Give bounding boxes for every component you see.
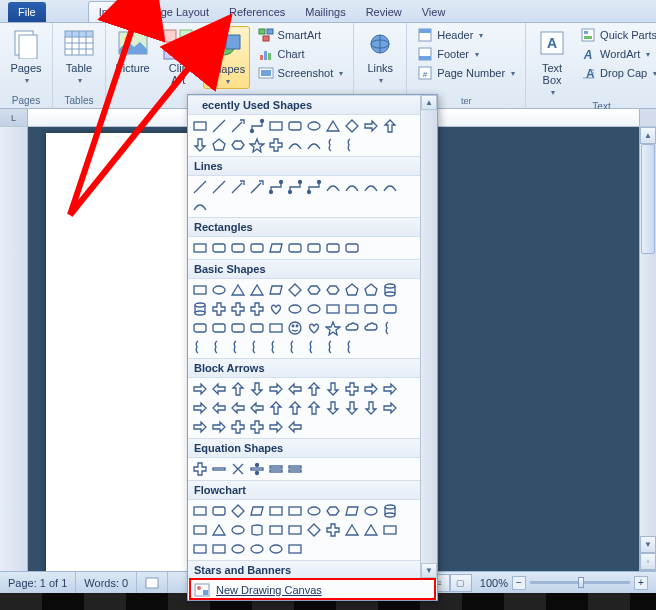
vertical-scrollbar[interactable]: ▲ ▼ ◦ ◦ [639, 127, 656, 587]
shape-arrowline[interactable] [229, 178, 247, 196]
shape-rrect[interactable] [248, 319, 266, 337]
header-button[interactable]: Header▾ [413, 26, 519, 44]
shape-rect[interactable] [267, 319, 285, 337]
zoom-slider[interactable] [530, 581, 630, 584]
shape-arrowL[interactable] [210, 380, 228, 398]
shape-arrowD[interactable] [191, 136, 209, 154]
dropcap-button[interactable]: ADrop Cap▾ [576, 64, 656, 82]
shape-pent[interactable] [210, 136, 228, 154]
screenshot-button[interactable]: Screenshot▾ [254, 64, 348, 82]
smartart-button[interactable]: SmartArt [254, 26, 348, 44]
shape-brace[interactable] [267, 338, 285, 356]
shape-rect[interactable] [381, 521, 399, 539]
shape-brace[interactable] [210, 338, 228, 356]
shape-rect[interactable] [191, 540, 209, 558]
shape-rrect[interactable] [248, 239, 266, 257]
zoom-level[interactable]: 100% [480, 577, 508, 589]
tab-references[interactable]: References [219, 2, 295, 22]
shape-heart[interactable] [305, 319, 323, 337]
shape-arrowR[interactable] [191, 399, 209, 417]
shape-oval[interactable] [305, 117, 323, 135]
shape-arrowR[interactable] [210, 418, 228, 436]
shape-arrowR[interactable] [191, 380, 209, 398]
tab-review[interactable]: Review [356, 2, 412, 22]
shape-oval[interactable] [248, 540, 266, 558]
shape-arrowU[interactable] [229, 380, 247, 398]
shape-oval[interactable] [229, 521, 247, 539]
shape-plus[interactable] [267, 136, 285, 154]
status-lang-icon[interactable] [137, 572, 168, 593]
shape-rect[interactable] [191, 502, 209, 520]
vertical-ruler[interactable] [0, 127, 28, 587]
shape-curve[interactable] [324, 178, 342, 196]
shape-arrowR[interactable] [362, 117, 380, 135]
zoom-in-button[interactable]: + [634, 576, 648, 590]
shape-plus[interactable] [210, 300, 228, 318]
shape-arrowU[interactable] [267, 399, 285, 417]
scroll-up-button[interactable]: ▲ [640, 127, 656, 144]
shape-diamond[interactable] [229, 502, 247, 520]
shape-arrowD[interactable] [324, 380, 342, 398]
shape-plus[interactable] [248, 300, 266, 318]
shape-rect[interactable] [286, 540, 304, 558]
tab-insert[interactable]: Insert [88, 1, 138, 22]
shape-tri[interactable] [229, 281, 247, 299]
shape-arrowU[interactable] [286, 399, 304, 417]
shape-rect[interactable] [191, 117, 209, 135]
pagenumber-button[interactable]: #Page Number▾ [413, 64, 519, 82]
shape-rect[interactable] [191, 239, 209, 257]
shape-rrect[interactable] [191, 319, 209, 337]
shape-cloud[interactable] [362, 319, 380, 337]
shape-rect[interactable] [210, 540, 228, 558]
shape-curve[interactable] [286, 136, 304, 154]
shape-cyl[interactable] [381, 502, 399, 520]
shape-brace[interactable] [343, 338, 361, 356]
shape-oval[interactable] [305, 502, 323, 520]
shape-conn[interactable] [248, 117, 266, 135]
shape-rrect[interactable] [229, 239, 247, 257]
shape-minus[interactable] [210, 460, 228, 478]
shape-arrowU[interactable] [305, 380, 323, 398]
table-button[interactable]: Table▾ [59, 26, 99, 87]
shape-arrowL[interactable] [248, 399, 266, 417]
shape-pent[interactable] [362, 281, 380, 299]
chart-button[interactable]: Chart [254, 45, 348, 63]
shape-rect[interactable] [267, 502, 285, 520]
shape-star[interactable] [324, 319, 342, 337]
shape-brace[interactable] [324, 136, 342, 154]
shape-oval[interactable] [229, 540, 247, 558]
shape-hex[interactable] [324, 502, 342, 520]
shape-curve[interactable] [362, 178, 380, 196]
shape-plus[interactable] [324, 521, 342, 539]
shape-arrowL[interactable] [229, 399, 247, 417]
shape-oval[interactable] [362, 502, 380, 520]
shape-arrowline[interactable] [229, 117, 247, 135]
shape-star[interactable] [248, 136, 266, 154]
shape-arrowR[interactable] [191, 418, 209, 436]
shape-rect[interactable] [267, 521, 285, 539]
shape-rrect[interactable] [229, 319, 247, 337]
shape-oval[interactable] [305, 300, 323, 318]
shape-plus[interactable] [229, 300, 247, 318]
status-page[interactable]: Page: 1 of 1 [0, 572, 76, 593]
shape-brace[interactable] [305, 338, 323, 356]
shape-tri[interactable] [343, 521, 361, 539]
shape-arrowL[interactable] [210, 399, 228, 417]
shape-para[interactable] [343, 502, 361, 520]
shape-cyl[interactable] [191, 300, 209, 318]
shape-arrowL[interactable] [286, 380, 304, 398]
shape-line[interactable] [210, 117, 228, 135]
shape-plus[interactable] [229, 418, 247, 436]
shape-rect[interactable] [286, 521, 304, 539]
shape-conn[interactable] [305, 178, 323, 196]
shape-conn[interactable] [286, 178, 304, 196]
zoom-out-button[interactable]: − [512, 576, 526, 590]
shape-line[interactable] [191, 178, 209, 196]
shape-para[interactable] [248, 502, 266, 520]
shape-arrowD[interactable] [324, 399, 342, 417]
gallery-scroll-down[interactable]: ▼ [421, 563, 437, 578]
shape-rrect[interactable] [210, 239, 228, 257]
shape-plus[interactable] [343, 380, 361, 398]
shape-diamond[interactable] [286, 281, 304, 299]
footer-button[interactable]: Footer▾ [413, 45, 519, 63]
